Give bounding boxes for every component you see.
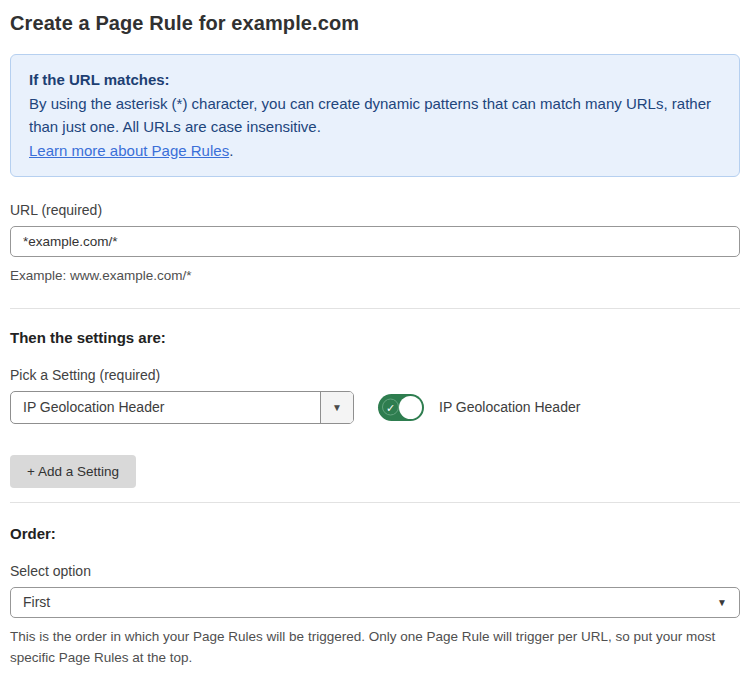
url-field-group: URL (required) Example: www.example.com/… xyxy=(10,202,740,287)
settings-heading: Then the settings are: xyxy=(10,329,740,346)
divider xyxy=(10,308,740,309)
setting-row: IP Geolocation Header ▼ ✓ IP Geolocation… xyxy=(10,391,740,424)
url-example-text: Example: www.example.com/* xyxy=(10,265,740,287)
order-description: This is the order in which your Page Rul… xyxy=(10,626,740,669)
order-select-label: Select option xyxy=(10,563,740,579)
url-match-info-box: If the URL matches: By using the asteris… xyxy=(10,54,740,177)
order-heading: Order: xyxy=(10,525,740,542)
add-setting-button[interactable]: + Add a Setting xyxy=(10,455,136,488)
settings-section: Then the settings are: Pick a Setting (r… xyxy=(10,329,740,488)
divider xyxy=(10,502,740,503)
chevron-down-icon[interactable]: ▼ xyxy=(320,392,353,423)
check-icon: ✓ xyxy=(382,399,399,416)
toggle-label: IP Geolocation Header xyxy=(439,399,580,415)
pick-setting-label: Pick a Setting (required) xyxy=(10,367,740,383)
setting-dropdown-value: IP Geolocation Header xyxy=(11,392,320,423)
order-section: Order: Select option First ▼ This is the… xyxy=(10,525,740,669)
link-period: . xyxy=(229,142,233,159)
info-box-body: By using the asterisk (*) character, you… xyxy=(29,92,721,139)
info-box-heading: If the URL matches: xyxy=(29,68,721,92)
create-page-rule-form: Create a Page Rule for example.com If th… xyxy=(0,0,750,687)
info-box-link-line: Learn more about Page Rules. xyxy=(29,139,721,163)
learn-more-link[interactable]: Learn more about Page Rules xyxy=(29,142,229,159)
ip-geolocation-toggle[interactable]: ✓ xyxy=(378,394,424,421)
url-input[interactable] xyxy=(10,226,740,257)
order-select[interactable]: First ▼ xyxy=(10,587,740,618)
order-select-value: First xyxy=(23,594,50,610)
url-field-label: URL (required) xyxy=(10,202,740,218)
caret-down-icon: ▼ xyxy=(717,597,727,608)
toggle-knob xyxy=(399,396,422,419)
setting-dropdown[interactable]: IP Geolocation Header ▼ xyxy=(10,391,354,424)
page-title: Create a Page Rule for example.com xyxy=(10,12,740,35)
